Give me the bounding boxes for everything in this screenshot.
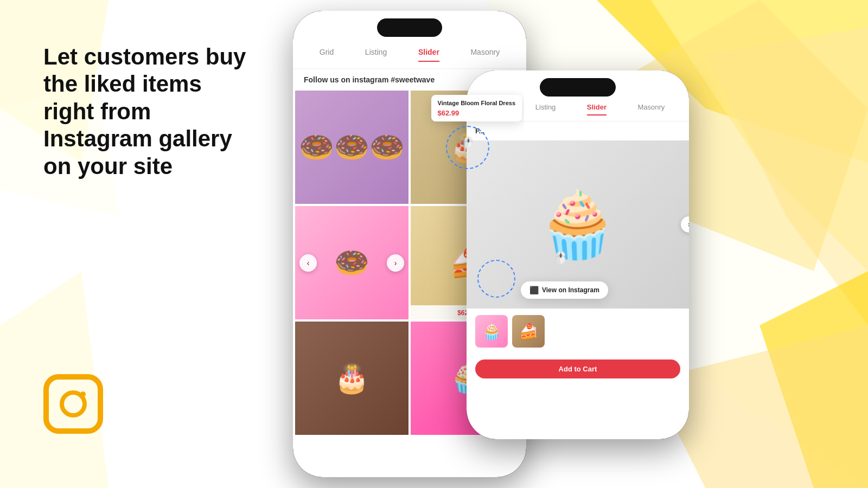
slider-arrow-left[interactable]: ‹ [299, 254, 317, 272]
donuts-emoji: 🍩🍩🍩 [299, 131, 405, 164]
dashed-circle-2 [477, 260, 515, 298]
phone-2-notch [540, 78, 616, 97]
thumb-2[interactable]: 🍰 [512, 315, 545, 348]
phone2-follow-text: F... [467, 121, 689, 140]
grid-cell-donuts: 🍩🍩🍩 [295, 91, 409, 204]
instagram-logo-container [43, 374, 250, 466]
view-on-instagram-label: View on Instagram [542, 286, 599, 294]
choc-cake-emoji: 🎂 [334, 362, 369, 395]
cupcake-large-emoji: 🧁 [537, 187, 618, 263]
external-link-icon: ⬛ [529, 286, 539, 294]
thumb-1-emoji: 🧁 [482, 323, 501, 341]
thumb-1[interactable]: 🧁 [475, 315, 508, 348]
view-on-instagram-button[interactable]: ⬛ View on Instagram [521, 281, 608, 299]
thumbnail-strip: 🧁 🍰 [467, 309, 689, 354]
left-section: Let customers buy the liked items right … [0, 0, 271, 488]
cupcake-large-image: 🧁 ⬛ View on Instagram 🖱️ › [467, 140, 689, 309]
phone-2-screen: Grid Listing Slider Masonry F... 🧁 ⬛ Vie… [467, 70, 689, 439]
product-tooltip: Vintage Bloom Floral Dress $62.99 [431, 95, 522, 121]
phone2-tab-masonry[interactable]: Masonry [637, 103, 665, 115]
slider-arrow-right[interactable]: › [387, 254, 404, 272]
add-to-cart-button[interactable]: Add to Cart [475, 359, 680, 378]
phone-2: Grid Listing Slider Masonry F... 🧁 ⬛ Vie… [467, 70, 689, 439]
product-price: $62.99 [438, 109, 515, 117]
page-content: Let customers buy the liked items right … [0, 0, 868, 488]
grid-cell-choc-cake: 🎂 [295, 322, 409, 435]
add-to-cart-row: Add to Cart [467, 354, 689, 384]
tab-masonry[interactable]: Masonry [470, 48, 500, 62]
tab-listing[interactable]: Listing [365, 48, 387, 62]
headline: Let customers buy the liked items right … [43, 43, 250, 180]
phone2-arrow-right[interactable]: › [681, 216, 689, 233]
grid-cell-pink-donut: 🍩 ‹ › [295, 206, 409, 319]
cursor-icon-1: 🖱️ [462, 136, 475, 149]
ig-inner-circle [60, 390, 87, 418]
pink-donut-emoji: 🍩 [334, 246, 369, 279]
product-name: Vintage Bloom Floral Dress [438, 99, 515, 107]
phone2-tab-slider[interactable]: Slider [587, 103, 607, 115]
tab-grid[interactable]: Grid [320, 48, 334, 62]
phone2-tab-listing[interactable]: Listing [535, 103, 556, 115]
ig-dot [80, 391, 86, 397]
instagram-logo-icon [43, 374, 103, 434]
thumb-2-emoji: 🍰 [519, 323, 538, 341]
phones-area: Grid Listing Slider Masonry Follow us on… [271, 0, 868, 488]
phone-1-notch [377, 18, 442, 37]
cursor-icon-2: 🖱️ [553, 251, 568, 265]
tab-slider[interactable]: Slider [418, 48, 439, 62]
